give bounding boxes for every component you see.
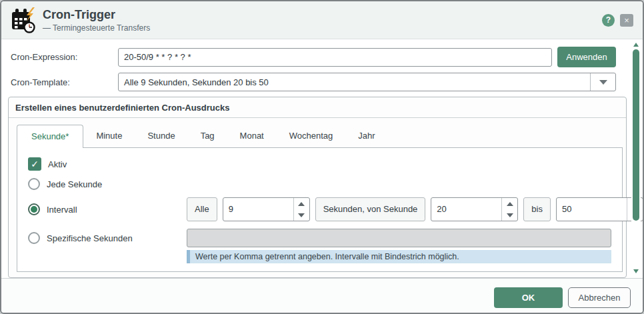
cron-expression-label: Cron-Expression:	[11, 52, 118, 62]
interval-label: Intervall	[47, 205, 77, 215]
interval-controls: Alle 9 Sekunden, von Sekunde	[187, 197, 643, 221]
specific-seconds-row: Spezifische Sekunden Werte per Komma get…	[28, 229, 611, 263]
interval-from-spinner[interactable]: 20	[431, 197, 518, 221]
cron-template-value: Alle 9 Sekunden, Sekunden 20 bis 50	[119, 77, 590, 87]
active-row: ✓ Aktiv	[28, 157, 611, 171]
cron-expression-input[interactable]	[118, 48, 552, 67]
ok-button[interactable]: OK	[494, 287, 563, 308]
dialog-title: Cron-Trigger	[43, 7, 602, 22]
active-label: Aktiv	[48, 159, 67, 169]
tab-sekunde[interactable]: Sekunde*	[17, 125, 83, 148]
interval-row: Intervall Alle 9 Sekunde	[28, 197, 611, 221]
interval-prefix-label: Alle	[187, 197, 217, 221]
spinner-down-icon[interactable]	[294, 209, 309, 221]
apply-button[interactable]: Anwenden	[557, 47, 616, 67]
scrollbar-down-icon[interactable]	[631, 267, 641, 275]
tab-minute[interactable]: Minute	[83, 125, 135, 148]
tab-panel-sekunde: ✓ Aktiv Jede Sekunde Intervall Alle	[17, 147, 623, 272]
tab-jahr[interactable]: Jahr	[345, 125, 387, 148]
cron-builder-panel: Erstellen eines benutzerdefinierten Cron…	[8, 97, 627, 278]
tab-tag[interactable]: Tag	[188, 125, 227, 148]
interval-to-value[interactable]: 50	[557, 198, 627, 221]
interval-from-value[interactable]: 20	[431, 198, 501, 221]
dialog-titlebar: Cron-Trigger — Termingesteuerte Transfer…	[1, 1, 643, 39]
cron-expression-row: Cron-Expression: Anwenden	[1, 47, 643, 67]
specific-seconds-input[interactable]	[187, 229, 611, 247]
scrollbar-up-icon[interactable]	[631, 41, 641, 49]
interval-step-spinner[interactable]: 9	[223, 197, 310, 221]
spinner-up-icon[interactable]	[502, 198, 517, 209]
title-block: Cron-Trigger — Termingesteuerte Transfer…	[43, 7, 602, 33]
spinner-up-icon[interactable]	[294, 198, 309, 209]
scrollbar-thumb[interactable]	[633, 49, 639, 221]
interval-to-spinner[interactable]: 50	[556, 197, 643, 221]
every-second-radio[interactable]	[28, 178, 40, 190]
hint-message: Werte per Komma getrennt angeben. Interv…	[187, 250, 611, 263]
every-second-label: Jede Sekunde	[47, 179, 102, 189]
dialog-footer: OK Abbrechen	[1, 278, 643, 314]
spinner-down-icon[interactable]	[502, 209, 517, 221]
interval-to-label: bis	[523, 197, 551, 221]
tab-bar: Sekunde* Minute Stunde Tag Monat Wochent…	[9, 118, 626, 148]
interval-step-value[interactable]: 9	[223, 198, 293, 221]
specific-seconds-radio[interactable]	[28, 232, 40, 244]
cron-template-select[interactable]: Alle 9 Sekunden, Sekunden 20 bis 50	[118, 73, 616, 91]
chevron-down-icon	[599, 80, 607, 85]
tab-stunde[interactable]: Stunde	[135, 125, 187, 148]
dialog-content: Cron-Expression: Anwenden Cron-Template:…	[1, 39, 643, 278]
cron-trigger-dialog: Cron-Trigger — Termingesteuerte Transfer…	[0, 0, 644, 314]
help-icon[interactable]: ?	[602, 14, 615, 27]
specific-seconds-label: Spezifische Sekunden	[47, 233, 133, 243]
interval-radio[interactable]	[28, 203, 40, 215]
cron-template-label: Cron-Template:	[11, 77, 118, 87]
tab-wochentag[interactable]: Wochentag	[277, 125, 346, 148]
dialog-subtitle: — Termingesteuerte Transfers	[43, 23, 602, 33]
cancel-button[interactable]: Abbrechen	[568, 287, 631, 308]
cron-calendar-clock-icon	[11, 7, 36, 33]
active-checkbox[interactable]: ✓	[28, 157, 41, 171]
interval-middle-label: Sekunden, von Sekunde	[315, 197, 426, 221]
cron-template-row: Cron-Template: Alle 9 Sekunden, Sekunden…	[1, 73, 643, 91]
every-second-row: Jede Sekunde	[28, 178, 611, 190]
cron-template-dropdown-button[interactable]	[590, 73, 615, 91]
tab-monat[interactable]: Monat	[227, 125, 277, 148]
close-icon[interactable]: ×	[620, 14, 633, 27]
vertical-scrollbar[interactable]	[631, 41, 641, 275]
cron-builder-title: Erstellen eines benutzerdefinierten Cron…	[9, 97, 626, 118]
